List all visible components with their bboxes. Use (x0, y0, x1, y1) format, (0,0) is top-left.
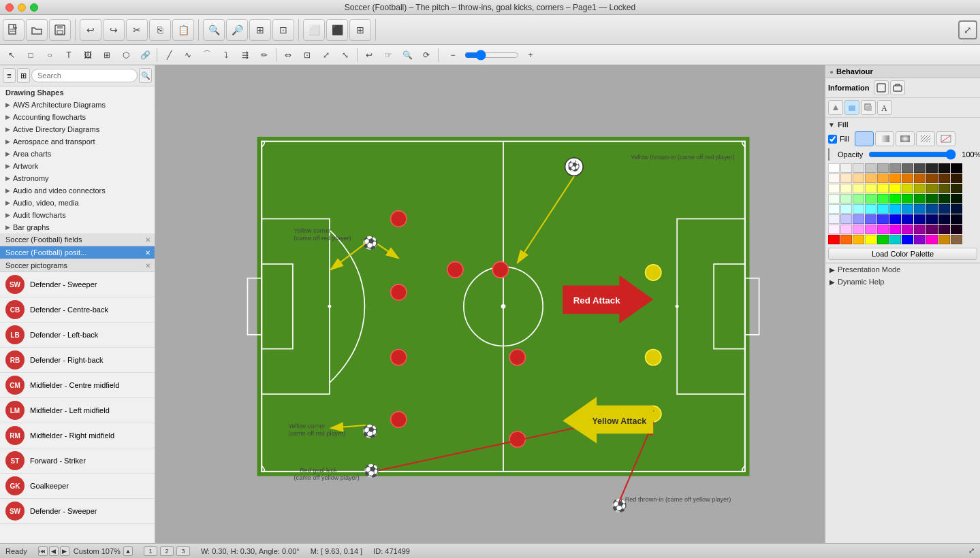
color-cell[interactable] (828, 194, 840, 203)
shape-item-sw2[interactable]: SW Defender - Sweeper (0, 499, 155, 524)
color-cell[interactable] (853, 225, 864, 234)
shape-item-cm[interactable]: CM Midfielder - Centre midfield (0, 373, 155, 398)
sidebar-item-astronomy[interactable]: ▶ Astronomy (0, 172, 155, 184)
color-cell[interactable] (828, 163, 840, 173)
color-cell[interactable] (914, 214, 926, 224)
color-cell[interactable] (951, 194, 962, 203)
color-cell[interactable] (889, 184, 901, 193)
fill-none-btn[interactable] (936, 131, 955, 146)
expanded-item-pictograms[interactable]: Soccer pictograms ✕ (0, 259, 155, 272)
color-cell[interactable] (914, 225, 926, 234)
color-cell[interactable] (865, 225, 876, 234)
sidebar-item-aws[interactable]: ▶ AWS Architecture Diagrams (0, 99, 155, 111)
close-button[interactable] (5, 3, 14, 12)
canvas-area[interactable]: ⚽ ⚽ ⚽ ⚽ ⚽ (155, 65, 825, 543)
paste-button[interactable]: 📋 (172, 19, 194, 41)
insert-mode[interactable]: ↩ (360, 48, 378, 63)
color-cell[interactable] (914, 184, 926, 193)
color-cell[interactable] (877, 204, 889, 214)
color-cell[interactable] (926, 163, 938, 173)
color-cell[interactable] (938, 163, 950, 173)
color-cell[interactable] (951, 163, 962, 173)
presentation-mode-link[interactable]: ▶ Presentation Mode (825, 263, 980, 276)
color-cell[interactable] (828, 225, 840, 234)
color-cell[interactable] (938, 194, 950, 203)
text-tool[interactable]: T (60, 48, 78, 63)
dynamic-help-link[interactable]: ▶ Dynamic Help (825, 276, 980, 288)
close-positions[interactable]: ✕ (145, 249, 151, 257)
color-cell[interactable] (889, 214, 901, 224)
align-center-button[interactable]: ⬛ (326, 19, 348, 41)
color-cell[interactable] (853, 214, 864, 224)
save-button[interactable] (49, 19, 71, 41)
color-cell[interactable] (840, 163, 852, 173)
copy-button[interactable]: ⎘ (149, 19, 171, 41)
color-cell[interactable] (840, 174, 852, 183)
page-tab-1[interactable]: 1 (144, 546, 157, 556)
fill-icon-text-color[interactable]: A (877, 100, 892, 115)
hand-tool[interactable]: ☞ (379, 48, 397, 63)
color-cell[interactable] (926, 204, 938, 214)
fill-checkbox[interactable] (828, 135, 837, 144)
color-cell[interactable] (889, 225, 901, 234)
color-cell[interactable] (877, 184, 889, 193)
color-cell[interactable] (865, 194, 876, 203)
color-cell[interactable] (914, 194, 926, 203)
color-cell[interactable] (877, 225, 889, 234)
container-tool[interactable]: ⬡ (117, 48, 135, 63)
line-tool[interactable]: ╱ (160, 48, 178, 63)
color-cell[interactable] (877, 214, 889, 224)
page-tab-3[interactable]: 3 (176, 546, 190, 556)
color-cell[interactable] (951, 204, 962, 214)
color-cell[interactable] (840, 235, 852, 244)
zoom-out-small[interactable]: − (444, 48, 462, 63)
color-cell[interactable] (926, 235, 938, 244)
distribute-button[interactable]: ⊞ (349, 19, 371, 41)
reset-tool[interactable]: ⟳ (417, 48, 435, 63)
waypoint-tool[interactable]: ⇶ (236, 48, 254, 63)
zoom-in-button[interactable]: 🔍 (203, 19, 225, 41)
color-cell[interactable] (902, 184, 913, 193)
fill-pattern-btn[interactable] (916, 131, 935, 146)
color-cell[interactable] (853, 174, 864, 183)
open-button[interactable] (26, 19, 48, 41)
close-pictograms[interactable]: ✕ (145, 262, 151, 269)
prev-page-btn[interactable]: ◀ (49, 546, 59, 556)
color-cell[interactable] (938, 235, 950, 244)
opacity-slider[interactable] (868, 149, 956, 160)
color-cell[interactable] (902, 235, 913, 244)
color-cell[interactable] (902, 163, 913, 173)
color-cell[interactable] (877, 235, 889, 244)
connector-tool[interactable]: ⤵ (217, 48, 235, 63)
link-tool[interactable]: 🔗 (136, 48, 154, 63)
sidebar-item-audio-connectors[interactable]: ▶ Audio and video connectors (0, 184, 155, 197)
zoom-slider[interactable] (464, 50, 519, 61)
fit-page-button[interactable]: ⊞ (249, 19, 271, 41)
color-cell[interactable] (840, 225, 852, 234)
fill-linear-btn[interactable] (875, 131, 894, 146)
page-tab-2[interactable]: 2 (160, 546, 174, 556)
select-tool[interactable]: ↖ (3, 48, 20, 63)
zoom-up-btn[interactable]: ▲ (123, 546, 133, 556)
color-cell[interactable] (914, 174, 926, 183)
search-button[interactable]: 🔍 (139, 68, 152, 83)
color-cell[interactable] (877, 163, 889, 173)
shape-item-gk[interactable]: GK Goalkeeper (0, 474, 155, 499)
color-cell[interactable] (840, 204, 852, 214)
sidebar-item-active-directory[interactable]: ▶ Active Directory Diagrams (0, 123, 155, 135)
format-mode[interactable]: ⊡ (298, 48, 316, 63)
fullscreen-button[interactable]: ⤢ (958, 20, 977, 39)
shape-item-lm[interactable]: LM Midfielder - Left midfield (0, 398, 155, 423)
sidebar-item-area-charts[interactable]: ▶ Area charts (0, 148, 155, 160)
color-cell[interactable] (828, 235, 840, 244)
fill-icon-shadow[interactable] (861, 100, 876, 115)
color-cell[interactable] (865, 214, 876, 224)
color-cell[interactable] (865, 204, 876, 214)
fill-icon-paint[interactable] (828, 100, 843, 115)
redo-button[interactable]: ↪ (103, 19, 125, 41)
shape-item-st[interactable]: ST Forward - Striker (0, 448, 155, 474)
color-cell[interactable] (889, 235, 901, 244)
color-cell[interactable] (926, 194, 938, 203)
sidebar-item-audio-video[interactable]: ▶ Audio, video, media (0, 197, 155, 209)
color-cell[interactable] (902, 214, 913, 224)
